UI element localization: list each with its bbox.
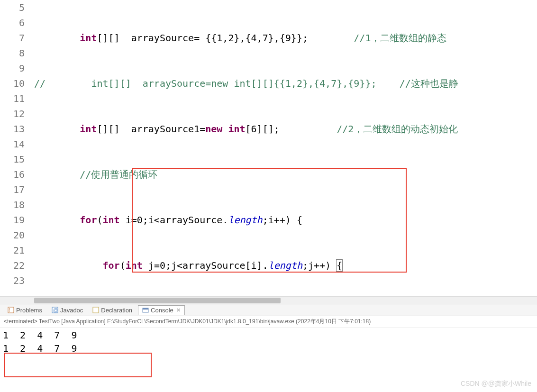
code-line: int[][] arraySource= {{1,2},{4,7},{9}}; …: [34, 30, 537, 46]
line-number: 12: [0, 106, 25, 121]
console-icon: [142, 307, 149, 313]
line-number: 10: [0, 76, 25, 91]
console-line: 1 2 4 7 9: [3, 342, 534, 355]
highlight-annotation: [4, 353, 152, 377]
line-number: 17: [0, 182, 25, 197]
line-number: 13: [0, 121, 25, 137]
svg-rect-4: [93, 307, 99, 313]
line-number: 16: [0, 167, 25, 182]
line-number: 21: [0, 243, 25, 258]
code-area[interactable]: int[][] arraySource= {{1,2},{4,7},{9}}; …: [34, 0, 537, 296]
svg-rect-6: [143, 308, 148, 310]
line-number: 15: [0, 152, 25, 167]
line-number: 11: [0, 91, 25, 106]
console-output[interactable]: 1 2 4 7 9 1 2 4 7 9: [0, 328, 537, 356]
line-number: 6: [0, 15, 25, 30]
horizontal-scrollbar[interactable]: [0, 296, 537, 304]
code-line: // int[][] arraySource=new int[][]{{1,2}…: [34, 76, 537, 91]
problems-icon: !: [8, 307, 14, 313]
tab-declaration[interactable]: Declaration: [89, 306, 136, 315]
code-line: for(int j=0;j<arraySource[i].length;j++)…: [34, 258, 537, 273]
line-number: 8: [0, 46, 25, 61]
line-number: 20: [0, 228, 25, 243]
marker-column: [28, 0, 34, 296]
javadoc-icon: @: [52, 307, 58, 313]
code-line: int[][] arraySource1=new int[6][]; //2，二…: [34, 121, 537, 137]
code-editor: 5 6 7 8 9 10 11 12 13 14 15 16 17 18 19 …: [0, 0, 537, 296]
code-line: //使用普通的循环: [34, 167, 537, 182]
line-number: 22: [0, 258, 25, 273]
tab-problems[interactable]: ! Problems: [4, 306, 46, 315]
tab-javadoc[interactable]: @ Javadoc: [48, 306, 87, 315]
code-line: for(int i=0;i<arraySource.length;i++) {: [34, 212, 537, 228]
scroll-thumb[interactable]: [34, 298, 281, 303]
line-number: 5: [0, 0, 25, 15]
line-number-gutter: 5 6 7 8 9 10 11 12 13 14 15 16 17 18 19 …: [0, 0, 28, 296]
line-number: 23: [0, 273, 25, 288]
declaration-icon: [92, 307, 99, 313]
tab-label: Problems: [16, 307, 42, 314]
console-header: <terminated> TestTwo [Java Application] …: [0, 316, 537, 328]
line-number: 9: [0, 61, 25, 76]
tab-label: Javadoc: [60, 307, 83, 314]
bottom-tabs: ! Problems @ Javadoc Declaration Console…: [0, 304, 537, 316]
svg-text:@: @: [53, 308, 58, 313]
line-number: 18: [0, 197, 25, 212]
close-icon[interactable]: ✕: [176, 307, 181, 313]
tab-label: Console: [151, 307, 173, 314]
line-number: 14: [0, 137, 25, 152]
line-number: 7: [0, 30, 25, 46]
console-line: 1 2 4 7 9: [3, 328, 534, 342]
svg-text:!: !: [9, 308, 10, 313]
line-number: 19: [0, 212, 25, 228]
tab-label: Declaration: [101, 307, 132, 314]
tab-console[interactable]: Console ✕: [138, 305, 185, 315]
watermark: CSDN @@龚家小While: [461, 380, 531, 388]
